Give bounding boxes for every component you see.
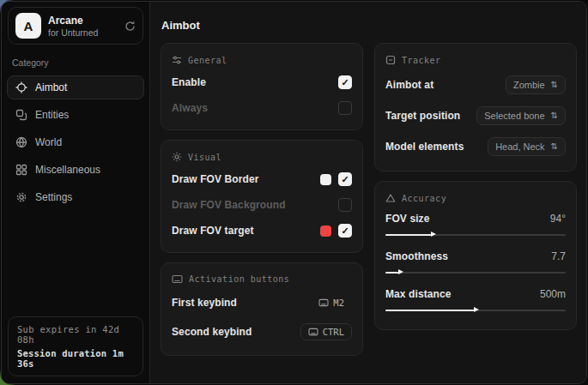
refresh-icon[interactable] [124,21,136,32]
category-label: Category [12,57,139,68]
enable-checkbox[interactable]: ✓ [338,75,352,89]
aimbot-at-select[interactable]: Zombie ⇅ [506,75,566,94]
fov-target-checkbox[interactable]: ✓ [338,224,352,238]
check-icon: ✓ [341,226,349,236]
smoothness-value: 7.7 [551,250,566,262]
sidebar-item-world[interactable]: World [7,130,144,154]
panel-title: Tracker [402,56,441,65]
entities-icon [15,109,27,121]
activation-panel: Activation buttons First keybind M2 [161,262,363,356]
slider-thumb[interactable] [474,307,479,312]
grid-icon [15,164,27,176]
globe-icon [15,136,27,148]
panel-title: Visual [188,153,221,162]
accuracy-panel: Accuracy FOV size 94° [374,181,577,330]
second-keybind-button[interactable]: CTRL [300,323,352,340]
keyboard-icon [172,274,183,284]
setting-row-fov-target: Draw FOV target ✓ [172,218,352,244]
keybind-value: M2 [333,298,344,308]
keybind-value: CTRL [323,327,344,337]
select-value: Head, Neck [495,141,544,152]
fov-size-slider[interactable] [385,231,566,238]
visual-panel: Visual Draw FOV Border ✓ Draw FOV Backgr… [161,140,363,253]
setting-row-always: Always ✓ [172,95,352,121]
model-elements-select[interactable]: Head, Neck ⇅ [488,137,566,156]
left-column: General Enable ✓ Always ✓ [161,43,363,365]
select-value: Selected bone [484,111,544,121]
session-duration-text: Session duration 1m 36s [17,348,134,369]
setting-row-fov-background: Draw FOV Background ✓ [172,192,352,218]
fov-border-checkbox[interactable]: ✓ [338,172,352,186]
setting-row-max-distance: Max distance 500m [385,283,566,321]
fov-target-color-swatch[interactable] [320,226,331,237]
app-logo: A [15,13,41,39]
app-subtitle: for Unturned [48,27,98,38]
page-title: Aimbot [161,19,577,32]
setting-row-fov-size: FOV size 94° [385,208,566,245]
sidebar-item-aimbot[interactable]: Aimbot [7,75,144,99]
panel-title: Activation buttons [189,274,289,284]
chevron-up-down-icon: ⇅ [551,111,558,120]
sidebar-item-label: Miscellaneous [35,164,100,176]
chevron-up-down-icon: ⇅ [551,81,558,89]
keyboard-icon [308,328,318,336]
sidebar-item-settings[interactable]: Settings [7,185,144,209]
subscription-status: Sub expires in 42d 08h Session duration … [8,316,143,376]
tracker-panel: Tracker Aimbot at Zombie ⇅ Target positi… [374,43,577,171]
setting-row-aimbot-at: Aimbot at Zombie ⇅ [385,69,566,100]
target-position-select[interactable]: Selected bone ⇅ [476,106,566,125]
first-keybind-button[interactable]: M2 [311,294,352,311]
setting-row-smoothness: Smoothness 7.7 [385,245,566,283]
general-panel: General Enable ✓ Always ✓ [161,43,363,130]
setting-row-first-keybind: First keybind M2 [172,288,352,317]
tracker-icon [385,55,396,65]
sidebar-item-label: Aimbot [35,81,67,93]
sidebar-item-miscellaneous[interactable]: Miscellaneous [7,158,144,182]
check-icon: ✓ [341,78,349,87]
slider-fill [385,234,433,236]
sidebar-item-label: World [35,136,62,148]
always-checkbox[interactable]: ✓ [338,101,352,115]
sidebar-item-entities[interactable]: Entities [7,103,144,127]
setting-row-model-elements: Model elements Head, Neck ⇅ [385,131,566,162]
accuracy-icon [385,193,396,203]
crosshair-icon [15,81,27,93]
app-header: A Arcane for Unturned [8,7,143,45]
slider-fill [385,310,476,311]
sub-expires-text: Sub expires in 42d 08h [17,324,134,345]
setting-row-target-position: Target position Selected bone ⇅ [385,100,566,131]
chevron-up-down-icon: ⇅ [551,142,558,151]
visual-icon [172,152,182,162]
slider-track [385,272,566,274]
sidebar-item-label: Entities [35,109,69,121]
app-names: Arcane for Unturned [48,15,98,38]
sidebar: A Arcane for Unturned Category Aimbot [2,2,150,383]
setting-row-second-keybind: Second keybind CTRL [172,317,352,346]
keyboard-icon [318,298,329,307]
app-title: Arcane [48,15,98,27]
general-icon [172,55,182,65]
slider-thumb[interactable] [398,269,403,274]
max-distance-value: 500m [540,288,566,300]
app-window: A Arcane for Unturned Category Aimbot [1,1,587,384]
panel-title: Accuracy [402,194,446,203]
setting-row-fov-border: Draw FOV Border ✓ [172,166,352,192]
gear-icon [15,191,27,203]
fov-background-checkbox[interactable]: ✓ [338,198,352,212]
slider-thumb[interactable] [431,232,436,237]
check-icon: ✓ [341,175,349,184]
panel-title: General [188,56,227,65]
fov-border-color-swatch[interactable] [320,174,331,185]
max-distance-slider[interactable] [385,306,566,314]
sidebar-item-label: Settings [35,191,72,203]
select-value: Zombie [513,80,545,90]
setting-row-enable: Enable ✓ [172,69,352,95]
main-content: Aimbot General Enable [150,2,587,383]
right-column: Tracker Aimbot at Zombie ⇅ Target positi… [374,43,577,340]
smoothness-slider[interactable] [385,268,566,276]
fov-size-value: 94° [550,213,566,225]
